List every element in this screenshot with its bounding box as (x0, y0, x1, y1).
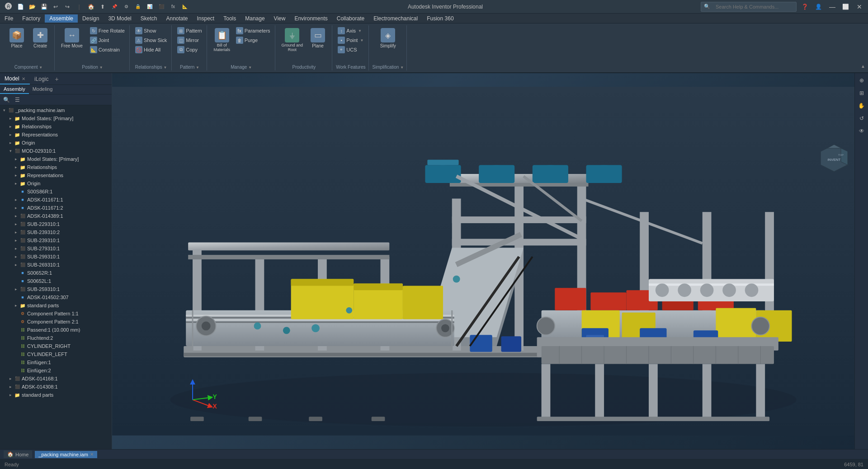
tree-expand-standard-parts1[interactable]: ▸ (13, 302, 19, 309)
tree-expand-sub239310-1[interactable]: ▸ (13, 237, 19, 244)
menu-fusion360[interactable]: Fusion 360 (422, 14, 458, 23)
place-button[interactable]: 📦 Place (5, 26, 28, 51)
tree-item-adsk014389[interactable]: ▸ ⬛ ADSK-014389:1 (0, 212, 112, 220)
tree-item-relationships2[interactable]: ▸ 📁 Relationships (0, 163, 112, 171)
tree-item-sub299310[interactable]: ▸ ⬛ SUB-299310:1 (0, 253, 112, 261)
ground-root-button[interactable]: ⏚ Ground andRoot (279, 26, 306, 54)
quick6-icon[interactable]: 📐 (180, 2, 190, 12)
joint-button[interactable]: 🔗 Joint (88, 36, 127, 45)
tree-expand-adsk011671-2[interactable]: ▸ (13, 205, 19, 211)
rotate-icon[interactable]: ↺ (856, 113, 867, 124)
tree-item-sub279310[interactable]: ▸ ⬛ SUB-279310:1 (0, 244, 112, 253)
tree-item-model-states[interactable]: ▸ 📁 Model States: [Primary] (0, 114, 112, 122)
ucs-button[interactable]: ⌖ UCS (336, 45, 365, 54)
tree-expand-standard-parts2[interactable]: ▸ (7, 392, 14, 398)
panel-subtab-assembly[interactable]: Assembly (0, 85, 29, 94)
quick4-icon[interactable]: 📊 (145, 2, 155, 12)
minimize-icon[interactable]: — (827, 2, 837, 12)
tree-expand-adsk014168[interactable]: ▸ (7, 375, 14, 382)
tree-expand-representations[interactable]: ▸ (7, 131, 14, 138)
bom-button[interactable]: 📋 Bill ofMaterials (211, 26, 233, 54)
tree-item-s00652l[interactable]: ▸ ■ S00652L:1 (0, 277, 112, 285)
panel-subtab-modeling[interactable]: Modeling (29, 85, 57, 94)
panel-tab-model-close[interactable]: ✕ (22, 76, 25, 81)
viewport[interactable]: X Y (112, 73, 868, 449)
menu-3dmodel[interactable]: 3D Model (104, 14, 136, 23)
menu-environments[interactable]: Environments (290, 14, 332, 23)
tree-expand-sub279310[interactable]: ▸ (13, 245, 19, 252)
tree-item-s00s86r[interactable]: ▸ ■ S00S86R:1 (0, 188, 112, 196)
tree-item-comp-pattern2[interactable]: ▸ ⚙ Component Pattern 2:1 (0, 318, 112, 326)
tree-expand-relationships[interactable]: ▸ (7, 123, 14, 130)
launch-icon[interactable]: ⬆ (98, 2, 108, 12)
tree-item-adsk011671-2[interactable]: ▸ ■ ADSK-011671:2 (0, 204, 112, 212)
free-move-button[interactable]: ↔ Free Move (58, 26, 85, 51)
look-at-icon[interactable]: 👁 (856, 126, 867, 136)
tree-item-adsk011671-1[interactable]: ▸ ■ ADSK-011671:1 (0, 196, 112, 204)
tree-item-einfugen1[interactable]: ▸ ⛓ Einfügen:1 (0, 358, 112, 366)
menu-sketch[interactable]: Sketch (136, 14, 162, 23)
tree-item-sub269310[interactable]: ▸ ⬛ SUB-269310:1 (0, 261, 112, 269)
mirror-button[interactable]: ◫ Mirror (175, 36, 203, 45)
panel-search-icon[interactable]: 🔍 (2, 95, 11, 104)
tree-item-standard-parts1[interactable]: ▸ 📁 standard parts (0, 301, 112, 310)
tree-expand-adsk014308[interactable]: ▸ (7, 384, 14, 390)
quick2-icon[interactable]: ⚙ (121, 2, 131, 12)
open-file-icon[interactable]: 📂 (27, 2, 37, 12)
tree-item-s00652r[interactable]: ▸ ■ S00652R:1 (0, 269, 112, 277)
menu-collaborate[interactable]: Collaborate (332, 14, 369, 23)
menu-file[interactable]: File (0, 14, 18, 23)
menu-manage[interactable]: Manage (241, 14, 269, 23)
quick5-icon[interactable]: ⬛ (156, 2, 166, 12)
constrain-button[interactable]: 📐 Constrain (88, 45, 127, 54)
menu-electromechanical[interactable]: Electromechanical (369, 14, 422, 23)
zoom-all-icon[interactable]: ⊞ (856, 88, 867, 98)
panel-menu-icon[interactable]: ☰ (13, 95, 22, 104)
tree-item-cylinder-left[interactable]: ▸ ⛓ CYLINDER_LEFT (0, 350, 112, 358)
copy-button[interactable]: ⧉ Copy (175, 45, 203, 54)
view-cube[interactable]: iNVENT TOP (816, 140, 852, 176)
account-icon[interactable]: 👤 (814, 2, 824, 12)
tree-expand-adsk014389[interactable]: ▸ (13, 213, 19, 219)
tree-item-einfugen2[interactable]: ▸ ⛓ Einfügen:2 (0, 366, 112, 375)
tree-expand-origin2[interactable]: ▸ (13, 180, 19, 187)
tree-item-passend1[interactable]: ▸ ⛓ Passend:1 (10.000 mm) (0, 326, 112, 334)
packing-tab-close[interactable]: ✕ (90, 452, 94, 457)
tree-item-representations2[interactable]: ▸ 📁 Representations (0, 171, 112, 179)
undo-icon[interactable]: ↩ (51, 2, 61, 12)
plane-button[interactable]: ▭ Plane (307, 26, 329, 51)
tree-item-comp-pattern1[interactable]: ▸ ⚙ Component Pattern 1:1 (0, 310, 112, 318)
show-button[interactable]: 👁 Show (133, 26, 169, 35)
menu-tools[interactable]: Tools (219, 14, 241, 23)
tree-item-origin2[interactable]: ▸ 📁 Origin (0, 179, 112, 188)
tree-expand-sub269310[interactable]: ▸ (13, 262, 19, 268)
menu-design[interactable]: Design (78, 14, 104, 23)
free-rotate-button[interactable]: ↻ Free Rotate (88, 26, 127, 35)
axis-button[interactable]: ↕ Axis ▼ (336, 26, 365, 35)
tree-item-relationships[interactable]: ▸ 📁 Relationships (0, 122, 112, 131)
restore-icon[interactable]: ⬜ (841, 2, 851, 12)
tree-expand-sub229310[interactable]: ▸ (13, 221, 19, 227)
save-icon[interactable]: 💾 (39, 2, 49, 12)
zoom-window-icon[interactable]: ⊕ (856, 75, 867, 86)
simplify-button[interactable]: ◈ Simplify (377, 26, 399, 51)
fx-icon[interactable]: fx (168, 2, 178, 12)
tree-item-adsk014308[interactable]: ▸ ⬛ ADSK-014308:1 (0, 383, 112, 391)
ribbon-collapse-button[interactable]: ▲ (861, 64, 865, 69)
tree-expand-sub239310-2[interactable]: ▸ (13, 229, 19, 235)
panel-tab-add[interactable]: + (55, 75, 58, 83)
tree-item-cylinder-right[interactable]: ▸ ⛓ CYLINDER_RIGHT (0, 342, 112, 350)
menu-view[interactable]: View (269, 14, 290, 23)
tree-expand-adsk011671-1[interactable]: ▸ (13, 197, 19, 203)
search-input[interactable] (712, 3, 793, 10)
point-button[interactable]: • Point ▼ (336, 36, 365, 45)
tree-item-sub229310[interactable]: ▸ ⬛ SUB-229310:1 (0, 220, 112, 228)
pan-icon[interactable]: ✋ (856, 100, 867, 111)
tree-item-representations[interactable]: ▸ 📁 Representations (0, 131, 112, 139)
quick1-icon[interactable]: 📌 (109, 2, 119, 12)
tree-expand-model-states2[interactable]: ▸ (13, 156, 19, 162)
redo-icon[interactable]: ↪ (62, 2, 72, 12)
create-button[interactable]: ✚ Create (29, 26, 52, 51)
menu-inspect[interactable]: Inspect (193, 14, 219, 23)
tree-item-adsk014168[interactable]: ▸ ⬛ ADSK-014168:1 (0, 375, 112, 383)
